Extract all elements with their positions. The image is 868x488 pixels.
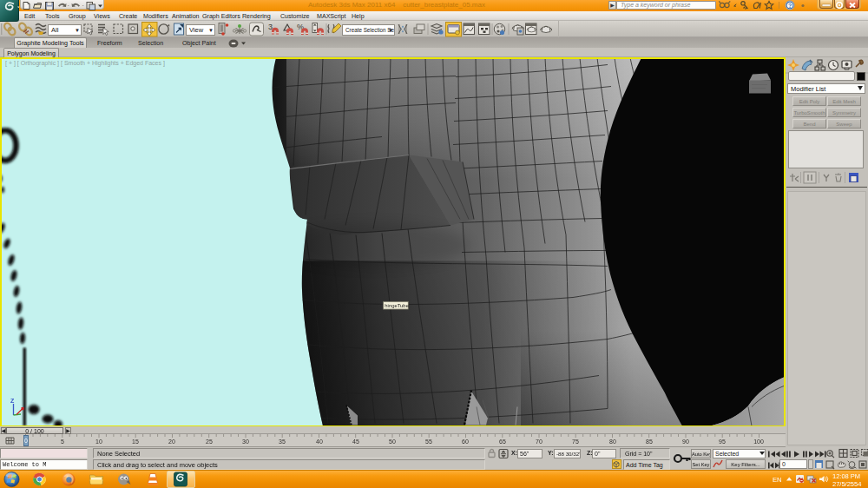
svg-text:12:08 PM: 12:08 PM (832, 472, 860, 480)
svg-text:?: ? (788, 3, 792, 9)
svg-text:·: · (68, 3, 69, 9)
svg-text:hingeTube: hingeTube (385, 302, 409, 307)
svg-text:·: · (82, 3, 84, 9)
svg-text:Z: Z (10, 397, 15, 403)
svg-text:EN: EN (773, 476, 781, 484)
svg-text:27/5/2554: 27/5/2554 (832, 480, 861, 488)
svg-text:3: 3 (268, 23, 273, 31)
